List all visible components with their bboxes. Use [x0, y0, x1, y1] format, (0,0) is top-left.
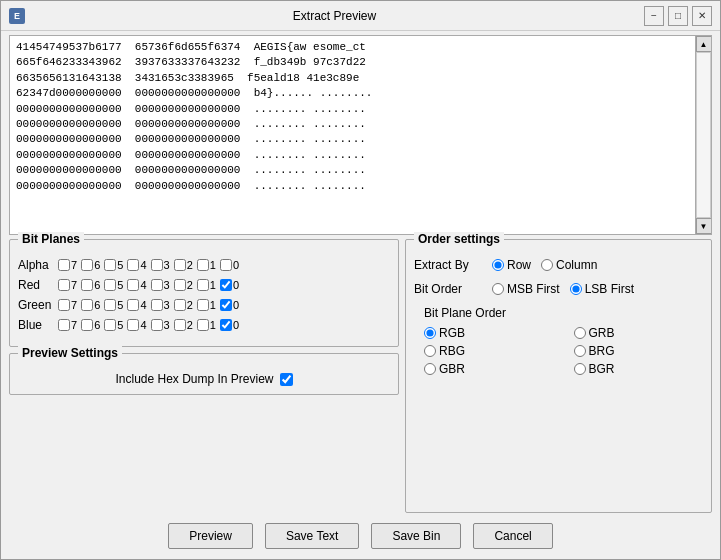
rgb-option: RGB [424, 326, 554, 340]
red-bit7-checkbox[interactable] [58, 279, 70, 291]
include-hex-checkbox[interactable] [280, 373, 293, 386]
green-bit1-checkbox[interactable] [197, 299, 209, 311]
close-button[interactable]: ✕ [692, 6, 712, 26]
order-settings-content: Extract By Row Column [414, 248, 703, 376]
gbr-radio[interactable] [424, 363, 436, 375]
red-bit5-label: 5 [117, 279, 123, 291]
blue-bit1-checkbox[interactable] [197, 319, 209, 331]
green-bit2-label: 2 [187, 299, 193, 311]
extract-by-row: Extract By Row Column [414, 258, 703, 272]
blue-bit6-checkbox[interactable] [81, 319, 93, 331]
red-bit5-checkbox[interactable] [104, 279, 116, 291]
extract-by-column-radio[interactable] [541, 259, 553, 271]
blue-bit3-checkbox[interactable] [151, 319, 163, 331]
save-text-button[interactable]: Save Text [265, 523, 359, 549]
bit-planes-title: Bit Planes [18, 232, 84, 246]
red-bit6-checkbox[interactable] [81, 279, 93, 291]
blue-bit4-checkbox[interactable] [127, 319, 139, 331]
alpha-bit2-label: 2 [187, 259, 193, 271]
rbg-radio[interactable] [424, 345, 436, 357]
bit-planes-content: Alpha 7 6 5 4 3 2 1 0 [18, 248, 390, 332]
scrollbar-track[interactable] [696, 52, 711, 218]
red-bit3-label: 3 [164, 279, 170, 291]
blue-bit5-checkbox[interactable] [104, 319, 116, 331]
green-bit7-checkbox[interactable] [58, 299, 70, 311]
rbg-label: RBG [439, 344, 465, 358]
blue-bit0-checkbox[interactable] [220, 319, 232, 331]
red-checkboxes: 7 6 5 4 3 2 1 0 [58, 279, 239, 291]
red-bit0-checkbox[interactable] [220, 279, 232, 291]
lsb-first-option: LSB First [570, 282, 634, 296]
grb-option: GRB [574, 326, 704, 340]
green-bit3-checkbox[interactable] [151, 299, 163, 311]
red-bit7-label: 7 [71, 279, 77, 291]
red-bit0: 0 [220, 279, 239, 291]
scroll-down-button[interactable]: ▼ [696, 218, 712, 234]
bit-order-row: Bit Order MSB First LSB First [414, 282, 703, 296]
alpha-bit5-checkbox[interactable] [104, 259, 116, 271]
maximize-button[interactable]: □ [668, 6, 688, 26]
gbr-option: GBR [424, 362, 554, 376]
green-bit1: 1 [197, 299, 216, 311]
alpha-bit7-checkbox[interactable] [58, 259, 70, 271]
preview-scrollbar: ▲ ▼ [695, 36, 711, 234]
green-bit5-checkbox[interactable] [104, 299, 116, 311]
green-bit2-checkbox[interactable] [174, 299, 186, 311]
red-bit6-label: 6 [94, 279, 100, 291]
alpha-label: Alpha [18, 258, 58, 272]
minimize-button[interactable]: − [644, 6, 664, 26]
save-bin-button[interactable]: Save Bin [371, 523, 461, 549]
blue-bit6: 6 [81, 319, 100, 331]
extract-by-row-option: Row [492, 258, 531, 272]
alpha-bit7: 7 [58, 259, 77, 271]
rbg-option: RBG [424, 344, 554, 358]
red-bit1-checkbox[interactable] [197, 279, 209, 291]
right-panel: Order settings Extract By Row Col [405, 239, 712, 513]
preview-settings-content: Include Hex Dump In Preview [18, 362, 390, 386]
alpha-bit3: 3 [151, 259, 170, 271]
extract-by-column-label: Column [556, 258, 597, 272]
green-row: Green 7 6 5 4 3 2 1 0 [18, 298, 390, 312]
red-bit2: 2 [174, 279, 193, 291]
blue-bit2-checkbox[interactable] [174, 319, 186, 331]
alpha-bit1-checkbox[interactable] [197, 259, 209, 271]
window-title: Extract Preview [25, 9, 644, 23]
alpha-bit6-checkbox[interactable] [81, 259, 93, 271]
preview-button[interactable]: Preview [168, 523, 253, 549]
grb-radio[interactable] [574, 327, 586, 339]
alpha-bit0: 0 [220, 259, 239, 271]
green-bit0-checkbox[interactable] [220, 299, 232, 311]
red-bit4-checkbox[interactable] [127, 279, 139, 291]
red-bit3: 3 [151, 279, 170, 291]
brg-radio[interactable] [574, 345, 586, 357]
red-bit1-label: 1 [210, 279, 216, 291]
blue-label: Blue [18, 318, 58, 332]
lsb-first-radio[interactable] [570, 283, 582, 295]
blue-bit7-checkbox[interactable] [58, 319, 70, 331]
green-bit4-checkbox[interactable] [127, 299, 139, 311]
blue-bit4: 4 [127, 319, 146, 331]
include-hex-row: Include Hex Dump In Preview [18, 372, 390, 386]
blue-bit7-label: 7 [71, 319, 77, 331]
blue-bit0-label: 0 [233, 319, 239, 331]
alpha-bit0-checkbox[interactable] [220, 259, 232, 271]
scroll-up-button[interactable]: ▲ [696, 36, 712, 52]
alpha-bit4-checkbox[interactable] [127, 259, 139, 271]
rgb-radio[interactable] [424, 327, 436, 339]
blue-bit3-label: 3 [164, 319, 170, 331]
red-bit3-checkbox[interactable] [151, 279, 163, 291]
cancel-button[interactable]: Cancel [473, 523, 552, 549]
green-bit6-label: 6 [94, 299, 100, 311]
green-bit6-checkbox[interactable] [81, 299, 93, 311]
red-bit2-checkbox[interactable] [174, 279, 186, 291]
msb-first-radio[interactable] [492, 283, 504, 295]
bit-planes-group: Bit Planes Alpha 7 6 5 4 3 2 1 0 [9, 239, 399, 347]
extract-by-row-radio[interactable] [492, 259, 504, 271]
green-label: Green [18, 298, 58, 312]
preview-settings-group: Preview Settings Include Hex Dump In Pre… [9, 353, 399, 395]
red-bit1: 1 [197, 279, 216, 291]
bgr-radio[interactable] [574, 363, 586, 375]
bgr-label: BGR [589, 362, 615, 376]
alpha-bit2-checkbox[interactable] [174, 259, 186, 271]
alpha-bit3-checkbox[interactable] [151, 259, 163, 271]
